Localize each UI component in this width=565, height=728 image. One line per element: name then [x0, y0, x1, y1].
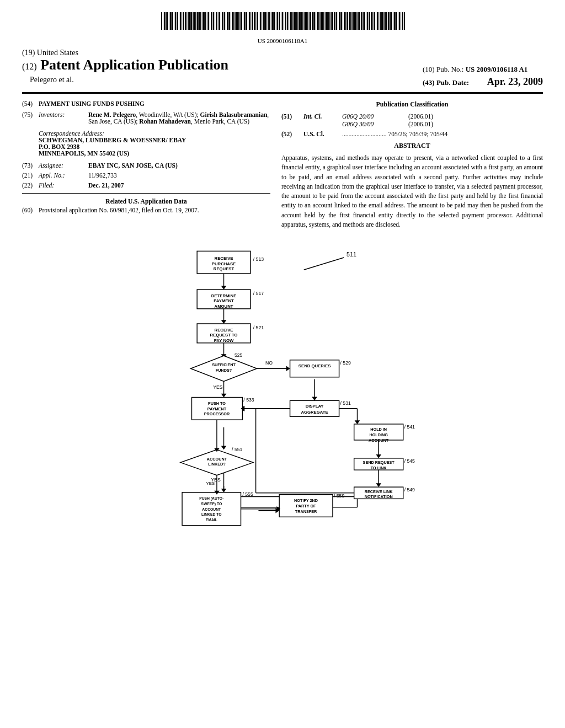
svg-rect-61 — [255, 12, 256, 30]
abstract-header: ABSTRACT — [281, 142, 543, 150]
svg-rect-104 — [323, 12, 324, 30]
svg-rect-25 — [199, 12, 200, 30]
inventors-row: (75) Inventors: Rene M. Pelegero, Woodin… — [22, 111, 270, 125]
svg-text:LINKED?: LINKED? — [208, 462, 226, 467]
int-cl-code-row-2: G06Q 30/00 (2006.01) — [342, 121, 433, 127]
svg-rect-99 — [316, 12, 316, 30]
svg-text:SEND REQUEST: SEND REQUEST — [363, 460, 395, 465]
svg-rect-130 — [364, 12, 365, 30]
svg-rect-97 — [312, 12, 313, 30]
svg-rect-50 — [238, 12, 239, 30]
int-cl-year-2: (2006.01) — [408, 121, 433, 127]
svg-rect-155 — [404, 12, 405, 30]
svg-rect-43 — [227, 12, 228, 30]
svg-rect-8 — [172, 12, 173, 30]
header-left: (19) United States (12) Patent Applicati… — [22, 49, 412, 84]
svg-text:/ 513: / 513 — [253, 256, 264, 262]
svg-text:AGGREGATE: AGGREGATE — [301, 410, 328, 415]
assignee-row: (73) Assignee: EBAY INC, SAN JOSE, CA (U… — [22, 162, 270, 169]
filed-row: (22) Filed: Dec. 21, 2007 — [22, 182, 270, 189]
us-cl-val: ............................ 705/26; 705… — [342, 131, 543, 137]
svg-rect-38 — [219, 12, 220, 30]
svg-rect-82 — [289, 12, 289, 30]
svg-rect-92 — [304, 12, 305, 30]
inventor1-name: Rene M. Pelegero — [88, 111, 136, 118]
svg-rect-87 — [296, 12, 297, 30]
svg-rect-78 — [282, 12, 283, 30]
svg-rect-15 — [183, 12, 184, 30]
svg-rect-64 — [260, 12, 261, 30]
pub-date-label: (43) Pub. Date: — [423, 78, 469, 87]
svg-rect-111 — [334, 12, 335, 30]
related-num: (60) — [22, 207, 39, 213]
svg-rect-28 — [203, 12, 205, 30]
svg-rect-143 — [385, 12, 386, 30]
svg-rect-37 — [218, 12, 218, 30]
svg-rect-89 — [299, 12, 301, 30]
svg-rect-125 — [356, 12, 358, 30]
svg-rect-36 — [216, 12, 217, 30]
appl-num-key: Appl. No.: — [39, 172, 88, 179]
svg-rect-69 — [268, 12, 269, 30]
svg-text:/ 549: / 549 — [404, 487, 415, 493]
svg-marker-167 — [312, 397, 317, 401]
svg-rect-1 — [161, 12, 162, 30]
svg-rect-117 — [344, 12, 345, 30]
svg-rect-45 — [231, 12, 231, 30]
svg-rect-10 — [175, 12, 176, 30]
int-cl-codes-container: G06Q 20/00 (2006.01) G06Q 30/00 (2006.01… — [342, 113, 433, 127]
svg-rect-152 — [399, 12, 400, 30]
appl-num-val: 11/962,733 — [88, 172, 270, 179]
svg-rect-11 — [177, 12, 178, 30]
svg-rect-46 — [232, 12, 233, 30]
svg-rect-112 — [336, 12, 337, 30]
doc-type-label: (12) Patent Application Publication — [22, 57, 412, 73]
svg-rect-27 — [202, 12, 202, 30]
svg-rect-128 — [361, 12, 363, 30]
doc-type-num: (12) — [22, 62, 37, 71]
svg-rect-66 — [263, 12, 264, 30]
svg-text:SEND QUERIES: SEND QUERIES — [299, 363, 331, 368]
svg-rect-77 — [281, 12, 281, 30]
assignee-val: EBAY INC, SAN JOSE, CA (US) — [88, 162, 270, 169]
pub-number-top: US 20090106118A1 — [22, 38, 543, 44]
assignee-num: (73) — [22, 162, 39, 169]
svg-rect-39 — [221, 12, 221, 30]
svg-rect-81 — [287, 12, 288, 30]
svg-rect-26 — [200, 12, 201, 30]
correspondence-block: Correspondence Address: SCHWEGMAN, LUNDB… — [39, 130, 270, 157]
svg-text:LINKED TO: LINKED TO — [201, 512, 221, 516]
pub-date-line: (43) Pub. Date: Apr. 23, 2009 — [423, 76, 543, 88]
svg-rect-136 — [374, 12, 375, 30]
int-cl-code-1: G06Q 20/00 — [342, 113, 397, 120]
divider1 — [22, 193, 270, 194]
svg-rect-42 — [226, 12, 226, 30]
svg-rect-32 — [210, 12, 210, 30]
svg-text:/ 533: / 533 — [243, 397, 254, 403]
svg-rect-142 — [383, 12, 385, 30]
svg-rect-21 — [193, 12, 194, 30]
right-column: Publication Classification (51) Int. Cl.… — [281, 100, 543, 229]
svg-text:SWEEP) TO: SWEEP) TO — [201, 502, 222, 506]
svg-marker-188 — [221, 489, 227, 493]
us-cl-row: (52) U.S. Cl. ..........................… — [281, 131, 543, 137]
svg-rect-30 — [207, 12, 207, 30]
svg-rect-148 — [393, 12, 393, 30]
corr-box: P.O. BOX 2938 — [39, 143, 270, 150]
svg-text:NOTIFICATION: NOTIFICATION — [365, 494, 393, 499]
svg-rect-108 — [329, 12, 331, 30]
svg-text:PAY NOW: PAY NOW — [214, 338, 234, 343]
svg-rect-120 — [349, 12, 350, 30]
corr-city: MINNEAPOLIS, MN 55402 (US) — [39, 150, 270, 157]
svg-rect-80 — [285, 12, 286, 30]
related-row: (60) Provisional application No. 60/981,… — [22, 207, 270, 213]
svg-rect-138 — [377, 12, 378, 30]
svg-text:REQUEST: REQUEST — [214, 266, 234, 271]
svg-rect-140 — [380, 12, 381, 30]
svg-rect-119 — [347, 12, 348, 30]
svg-text:/ 531: / 531 — [340, 400, 351, 406]
svg-text:REQUEST TO: REQUEST TO — [210, 333, 237, 338]
header-inventors: Pelegero et al. — [22, 76, 412, 84]
svg-rect-145 — [388, 12, 390, 30]
related-text: Provisional application No. 60/981,402, … — [39, 207, 270, 213]
